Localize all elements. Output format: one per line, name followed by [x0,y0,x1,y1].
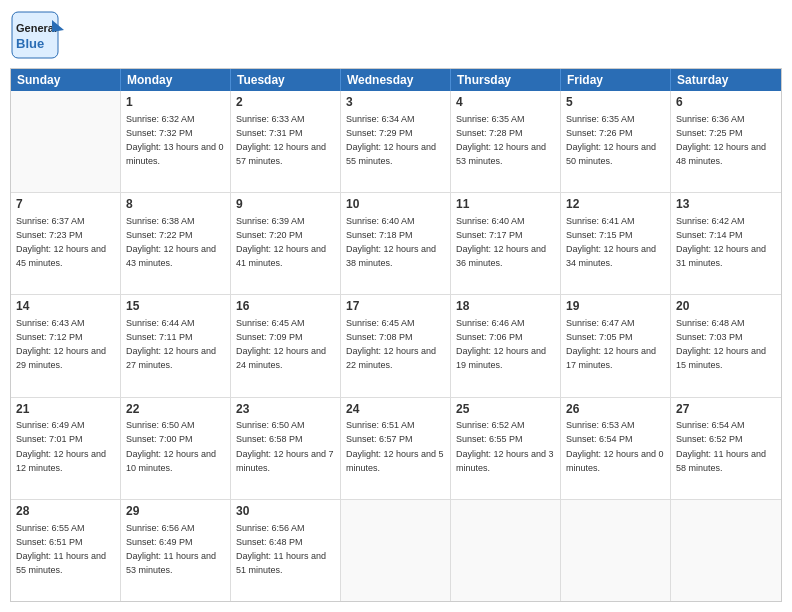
logo: General Blue [10,10,100,60]
daylight-text: Daylight: 12 hours and 27 minutes. [126,346,216,370]
calendar-row-2: 7 Sunrise: 6:37 AM Sunset: 7:23 PM Dayli… [11,193,781,295]
day-number: 21 [16,401,115,418]
daylight-text: Daylight: 12 hours and 36 minutes. [456,244,546,268]
calendar-row-4: 21 Sunrise: 6:49 AM Sunset: 7:01 PM Dayl… [11,398,781,500]
calendar: SundayMondayTuesdayWednesdayThursdayFrid… [10,68,782,602]
daylight-text: Daylight: 12 hours and 50 minutes. [566,142,656,166]
calendar-cell: 15 Sunrise: 6:44 AM Sunset: 7:11 PM Dayl… [121,295,231,396]
calendar-body: 1 Sunrise: 6:32 AM Sunset: 7:32 PM Dayli… [11,91,781,601]
day-number: 15 [126,298,225,315]
day-number: 23 [236,401,335,418]
sunset-text: Sunset: 7:18 PM [346,230,413,240]
sunset-text: Sunset: 6:58 PM [236,434,303,444]
daylight-text: Daylight: 12 hours and 29 minutes. [16,346,106,370]
sunset-text: Sunset: 7:01 PM [16,434,83,444]
calendar-cell: 27 Sunrise: 6:54 AM Sunset: 6:52 PM Dayl… [671,398,781,499]
day-number: 11 [456,196,555,213]
sunrise-text: Sunrise: 6:53 AM [566,420,635,430]
daylight-text: Daylight: 12 hours and 53 minutes. [456,142,546,166]
calendar-cell: 25 Sunrise: 6:52 AM Sunset: 6:55 PM Dayl… [451,398,561,499]
calendar-cell: 21 Sunrise: 6:49 AM Sunset: 7:01 PM Dayl… [11,398,121,499]
header-day-saturday: Saturday [671,69,781,91]
day-number: 25 [456,401,555,418]
daylight-text: Daylight: 12 hours and 3 minutes. [456,449,554,473]
sunset-text: Sunset: 7:28 PM [456,128,523,138]
calendar-cell: 6 Sunrise: 6:36 AM Sunset: 7:25 PM Dayli… [671,91,781,192]
sunrise-text: Sunrise: 6:36 AM [676,114,745,124]
day-number: 16 [236,298,335,315]
day-number: 24 [346,401,445,418]
daylight-text: Daylight: 11 hours and 58 minutes. [676,449,766,473]
svg-text:Blue: Blue [16,36,44,51]
sunrise-text: Sunrise: 6:37 AM [16,216,85,226]
daylight-text: Daylight: 12 hours and 31 minutes. [676,244,766,268]
svg-text:General: General [16,22,57,34]
daylight-text: Daylight: 12 hours and 41 minutes. [236,244,326,268]
sunrise-text: Sunrise: 6:48 AM [676,318,745,328]
logo-svg: General Blue [10,10,100,60]
calendar-cell: 23 Sunrise: 6:50 AM Sunset: 6:58 PM Dayl… [231,398,341,499]
header-day-monday: Monday [121,69,231,91]
day-number: 3 [346,94,445,111]
calendar-cell [451,500,561,601]
sunrise-text: Sunrise: 6:41 AM [566,216,635,226]
day-number: 13 [676,196,776,213]
daylight-text: Daylight: 13 hours and 0 minutes. [126,142,224,166]
calendar-cell: 2 Sunrise: 6:33 AM Sunset: 7:31 PM Dayli… [231,91,341,192]
sunrise-text: Sunrise: 6:40 AM [346,216,415,226]
sunset-text: Sunset: 7:08 PM [346,332,413,342]
day-number: 10 [346,196,445,213]
calendar-cell: 29 Sunrise: 6:56 AM Sunset: 6:49 PM Dayl… [121,500,231,601]
daylight-text: Daylight: 12 hours and 19 minutes. [456,346,546,370]
sunset-text: Sunset: 7:14 PM [676,230,743,240]
day-number: 19 [566,298,665,315]
calendar-row-1: 1 Sunrise: 6:32 AM Sunset: 7:32 PM Dayli… [11,91,781,193]
day-number: 20 [676,298,776,315]
calendar-cell [561,500,671,601]
sunset-text: Sunset: 7:15 PM [566,230,633,240]
sunset-text: Sunset: 6:51 PM [16,537,83,547]
sunrise-text: Sunrise: 6:35 AM [566,114,635,124]
sunrise-text: Sunrise: 6:46 AM [456,318,525,328]
day-number: 22 [126,401,225,418]
calendar-cell: 16 Sunrise: 6:45 AM Sunset: 7:09 PM Dayl… [231,295,341,396]
sunset-text: Sunset: 7:32 PM [126,128,193,138]
header-day-thursday: Thursday [451,69,561,91]
day-number: 4 [456,94,555,111]
day-number: 12 [566,196,665,213]
day-number: 26 [566,401,665,418]
day-number: 14 [16,298,115,315]
calendar-cell: 22 Sunrise: 6:50 AM Sunset: 7:00 PM Dayl… [121,398,231,499]
calendar-header: SundayMondayTuesdayWednesdayThursdayFrid… [11,69,781,91]
svg-rect-0 [12,12,58,58]
calendar-cell: 11 Sunrise: 6:40 AM Sunset: 7:17 PM Dayl… [451,193,561,294]
calendar-cell: 4 Sunrise: 6:35 AM Sunset: 7:28 PM Dayli… [451,91,561,192]
daylight-text: Daylight: 12 hours and 48 minutes. [676,142,766,166]
sunrise-text: Sunrise: 6:45 AM [346,318,415,328]
header-day-friday: Friday [561,69,671,91]
calendar-cell [341,500,451,601]
day-number: 9 [236,196,335,213]
sunrise-text: Sunrise: 6:54 AM [676,420,745,430]
calendar-cell: 3 Sunrise: 6:34 AM Sunset: 7:29 PM Dayli… [341,91,451,192]
calendar-cell: 30 Sunrise: 6:56 AM Sunset: 6:48 PM Dayl… [231,500,341,601]
sunrise-text: Sunrise: 6:40 AM [456,216,525,226]
day-number: 29 [126,503,225,520]
day-number: 30 [236,503,335,520]
daylight-text: Daylight: 11 hours and 51 minutes. [236,551,326,575]
sunrise-text: Sunrise: 6:32 AM [126,114,195,124]
calendar-cell: 18 Sunrise: 6:46 AM Sunset: 7:06 PM Dayl… [451,295,561,396]
daylight-text: Daylight: 11 hours and 53 minutes. [126,551,216,575]
day-number: 1 [126,94,225,111]
day-number: 5 [566,94,665,111]
sunset-text: Sunset: 7:12 PM [16,332,83,342]
daylight-text: Daylight: 12 hours and 57 minutes. [236,142,326,166]
daylight-text: Daylight: 12 hours and 45 minutes. [16,244,106,268]
sunrise-text: Sunrise: 6:50 AM [126,420,195,430]
calendar-cell [671,500,781,601]
sunrise-text: Sunrise: 6:52 AM [456,420,525,430]
day-number: 17 [346,298,445,315]
sunset-text: Sunset: 7:17 PM [456,230,523,240]
sunset-text: Sunset: 7:06 PM [456,332,523,342]
sunset-text: Sunset: 6:48 PM [236,537,303,547]
